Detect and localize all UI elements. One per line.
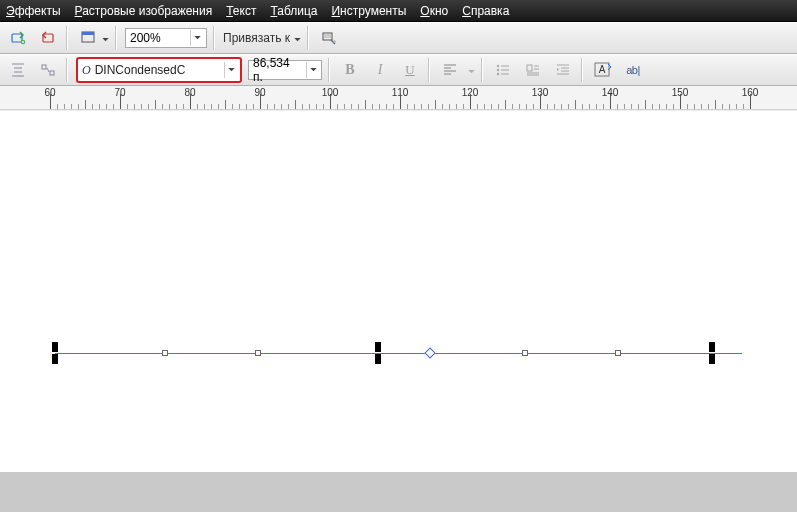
font-size-value: 86,534 п. — [253, 56, 298, 84]
ruler-tick — [148, 104, 149, 109]
ruler-tick — [316, 104, 317, 109]
ruler-tick — [211, 104, 212, 109]
font-family-value: DINCondensedC — [95, 63, 186, 77]
selection-handle[interactable] — [709, 354, 715, 364]
ruler-tick — [540, 94, 541, 109]
menu-tools[interactable]: Инструменты — [331, 4, 406, 18]
underline-button[interactable]: U — [398, 58, 422, 82]
document-canvas[interactable] — [0, 110, 797, 512]
zoom-combo[interactable]: 200% — [125, 28, 207, 48]
dropcap-icon[interactable] — [521, 58, 545, 82]
selection-handle[interactable] — [375, 354, 381, 364]
align-guides-icon[interactable] — [6, 58, 30, 82]
svg-rect-2 — [43, 34, 53, 42]
ruler-tick — [330, 94, 331, 109]
selection-handle[interactable] — [375, 342, 381, 352]
bold-button[interactable]: B — [338, 58, 362, 82]
ruler-tick — [92, 104, 93, 109]
publish-dropdown[interactable] — [76, 26, 109, 50]
ruler-tick — [85, 100, 86, 109]
bottom-panel — [0, 472, 797, 512]
ruler-tick — [372, 104, 373, 109]
ruler-tick — [323, 104, 324, 109]
ruler-tick — [610, 94, 611, 109]
ruler-tick — [274, 104, 275, 109]
snap-to-dropdown[interactable]: Привязать к — [223, 31, 301, 45]
separator — [328, 58, 332, 82]
ruler-tick — [435, 100, 436, 109]
selection-handle[interactable] — [52, 354, 58, 364]
ruler-tick — [582, 104, 583, 109]
edit-text-icon[interactable]: ab| — [621, 58, 645, 82]
ruler-tick — [169, 104, 170, 109]
bullet-list-icon[interactable] — [491, 58, 515, 82]
selection-outline[interactable] — [55, 353, 742, 354]
ruler-tick — [526, 104, 527, 109]
character-format-icon[interactable]: A — [591, 58, 615, 82]
ruler-tick — [715, 100, 716, 109]
standard-toolbar: 200% Привязать к — [0, 22, 797, 54]
ruler-tick — [400, 94, 401, 109]
ruler-tick — [701, 104, 702, 109]
separator — [481, 58, 485, 82]
ruler-tick — [617, 104, 618, 109]
ruler-tick — [267, 104, 268, 109]
snap-label: Привязать к — [223, 31, 290, 45]
ruler-tick — [246, 104, 247, 109]
ruler-tick — [379, 104, 380, 109]
ruler-tick — [407, 104, 408, 109]
ruler-tick — [491, 104, 492, 109]
ruler-tick — [204, 104, 205, 109]
ruler-tick — [288, 104, 289, 109]
ruler-tick — [561, 104, 562, 109]
menu-window[interactable]: Окно — [420, 4, 448, 18]
options-icon[interactable] — [317, 26, 341, 50]
ruler-tick — [281, 104, 282, 109]
ruler-tick — [694, 104, 695, 109]
import-icon[interactable] — [6, 26, 30, 50]
ruler-tick — [386, 104, 387, 109]
publish-icon — [76, 26, 100, 50]
ruler-tick — [666, 104, 667, 109]
selection-mid-handle[interactable] — [522, 350, 528, 356]
chevron-down-icon — [306, 62, 319, 78]
ruler-tick — [505, 100, 506, 109]
ruler-tick — [603, 104, 604, 109]
italic-button[interactable]: I — [368, 58, 392, 82]
ruler-tick — [134, 104, 135, 109]
indent-icon[interactable] — [551, 58, 575, 82]
selection-handle[interactable] — [52, 342, 58, 352]
menu-text[interactable]: Текст — [226, 4, 256, 18]
selection-mid-handle[interactable] — [615, 350, 621, 356]
ruler-tick — [78, 104, 79, 109]
ruler-tick — [512, 104, 513, 109]
menu-help[interactable]: Справка — [462, 4, 509, 18]
menu-table[interactable]: Таблица — [270, 4, 317, 18]
ruler-tick — [687, 104, 688, 109]
ruler-tick — [470, 94, 471, 109]
horizontal-ruler[interactable]: 60708090100110120130140150160 — [0, 86, 797, 110]
distribute-icon[interactable] — [36, 58, 60, 82]
svg-point-8 — [497, 65, 499, 67]
svg-rect-5 — [323, 33, 332, 40]
ruler-tick — [638, 104, 639, 109]
selection-mid-handle[interactable] — [255, 350, 261, 356]
separator — [213, 26, 217, 50]
ruler-tick — [50, 94, 51, 109]
ruler-tick — [162, 104, 163, 109]
ruler-tick — [71, 104, 72, 109]
selection-handle[interactable] — [709, 342, 715, 352]
ruler-tick — [57, 104, 58, 109]
ruler-tick — [428, 104, 429, 109]
font-family-combo[interactable]: O DINCondensedC — [76, 57, 242, 83]
export-icon[interactable] — [36, 26, 60, 50]
align-left-icon[interactable] — [438, 58, 462, 82]
selection-mid-handle[interactable] — [162, 350, 168, 356]
ruler-tick — [344, 104, 345, 109]
ruler-tick — [547, 104, 548, 109]
align-dropdown[interactable] — [468, 63, 475, 77]
menu-raster[interactable]: Растровые изображения — [75, 4, 213, 18]
font-size-combo[interactable]: 86,534 п. — [248, 60, 322, 80]
ruler-tick — [183, 104, 184, 109]
menu-effects[interactable]: Эффекты — [6, 4, 61, 18]
